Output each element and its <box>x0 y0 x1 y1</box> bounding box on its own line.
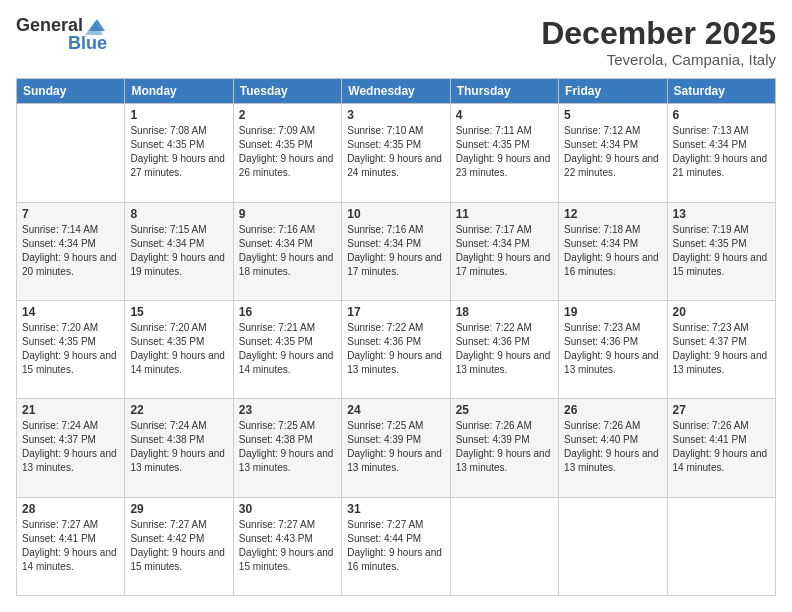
day-info: Sunrise: 7:19 AMSunset: 4:35 PMDaylight:… <box>673 224 768 277</box>
day-number: 20 <box>673 305 770 319</box>
calendar-cell: 21 Sunrise: 7:24 AMSunset: 4:37 PMDaylig… <box>17 399 125 497</box>
calendar-cell: 14 Sunrise: 7:20 AMSunset: 4:35 PMDaylig… <box>17 300 125 398</box>
calendar-cell: 9 Sunrise: 7:16 AMSunset: 4:34 PMDayligh… <box>233 202 341 300</box>
day-info: Sunrise: 7:25 AMSunset: 4:38 PMDaylight:… <box>239 420 334 473</box>
day-number: 28 <box>22 502 119 516</box>
weekday-header-wednesday: Wednesday <box>342 79 450 104</box>
calendar-cell <box>17 104 125 202</box>
day-info: Sunrise: 7:13 AMSunset: 4:34 PMDaylight:… <box>673 125 768 178</box>
day-number: 5 <box>564 108 661 122</box>
calendar-cell: 29 Sunrise: 7:27 AMSunset: 4:42 PMDaylig… <box>125 497 233 595</box>
weekday-header-thursday: Thursday <box>450 79 558 104</box>
day-info: Sunrise: 7:25 AMSunset: 4:39 PMDaylight:… <box>347 420 442 473</box>
day-info: Sunrise: 7:12 AMSunset: 4:34 PMDaylight:… <box>564 125 659 178</box>
location-title: Teverola, Campania, Italy <box>541 51 776 68</box>
day-info: Sunrise: 7:27 AMSunset: 4:44 PMDaylight:… <box>347 519 442 572</box>
day-number: 2 <box>239 108 336 122</box>
calendar-cell: 24 Sunrise: 7:25 AMSunset: 4:39 PMDaylig… <box>342 399 450 497</box>
day-info: Sunrise: 7:27 AMSunset: 4:41 PMDaylight:… <box>22 519 117 572</box>
calendar-cell <box>450 497 558 595</box>
day-info: Sunrise: 7:27 AMSunset: 4:42 PMDaylight:… <box>130 519 225 572</box>
day-number: 12 <box>564 207 661 221</box>
calendar-cell: 12 Sunrise: 7:18 AMSunset: 4:34 PMDaylig… <box>559 202 667 300</box>
title-block: December 2025 Teverola, Campania, Italy <box>541 16 776 68</box>
calendar-cell: 5 Sunrise: 7:12 AMSunset: 4:34 PMDayligh… <box>559 104 667 202</box>
day-number: 3 <box>347 108 444 122</box>
calendar-cell: 11 Sunrise: 7:17 AMSunset: 4:34 PMDaylig… <box>450 202 558 300</box>
day-number: 31 <box>347 502 444 516</box>
page: General Blue December 2025 Teverola, Cam… <box>0 0 792 612</box>
calendar-cell: 25 Sunrise: 7:26 AMSunset: 4:39 PMDaylig… <box>450 399 558 497</box>
calendar-cell: 17 Sunrise: 7:22 AMSunset: 4:36 PMDaylig… <box>342 300 450 398</box>
day-info: Sunrise: 7:10 AMSunset: 4:35 PMDaylight:… <box>347 125 442 178</box>
day-number: 1 <box>130 108 227 122</box>
calendar-cell: 2 Sunrise: 7:09 AMSunset: 4:35 PMDayligh… <box>233 104 341 202</box>
weekday-header-row: SundayMondayTuesdayWednesdayThursdayFrid… <box>17 79 776 104</box>
day-info: Sunrise: 7:16 AMSunset: 4:34 PMDaylight:… <box>347 224 442 277</box>
week-row-5: 28 Sunrise: 7:27 AMSunset: 4:41 PMDaylig… <box>17 497 776 595</box>
weekday-header-sunday: Sunday <box>17 79 125 104</box>
calendar-cell: 15 Sunrise: 7:20 AMSunset: 4:35 PMDaylig… <box>125 300 233 398</box>
calendar-cell: 26 Sunrise: 7:26 AMSunset: 4:40 PMDaylig… <box>559 399 667 497</box>
day-info: Sunrise: 7:24 AMSunset: 4:37 PMDaylight:… <box>22 420 117 473</box>
day-info: Sunrise: 7:26 AMSunset: 4:40 PMDaylight:… <box>564 420 659 473</box>
calendar-cell: 7 Sunrise: 7:14 AMSunset: 4:34 PMDayligh… <box>17 202 125 300</box>
calendar-table: SundayMondayTuesdayWednesdayThursdayFrid… <box>16 78 776 596</box>
header: General Blue December 2025 Teverola, Cam… <box>16 16 776 68</box>
weekday-header-monday: Monday <box>125 79 233 104</box>
day-info: Sunrise: 7:09 AMSunset: 4:35 PMDaylight:… <box>239 125 334 178</box>
day-number: 7 <box>22 207 119 221</box>
calendar-cell: 22 Sunrise: 7:24 AMSunset: 4:38 PMDaylig… <box>125 399 233 497</box>
day-number: 16 <box>239 305 336 319</box>
day-info: Sunrise: 7:23 AMSunset: 4:36 PMDaylight:… <box>564 322 659 375</box>
day-number: 30 <box>239 502 336 516</box>
day-info: Sunrise: 7:17 AMSunset: 4:34 PMDaylight:… <box>456 224 551 277</box>
day-number: 17 <box>347 305 444 319</box>
day-number: 19 <box>564 305 661 319</box>
calendar-cell: 30 Sunrise: 7:27 AMSunset: 4:43 PMDaylig… <box>233 497 341 595</box>
day-info: Sunrise: 7:24 AMSunset: 4:38 PMDaylight:… <box>130 420 225 473</box>
week-row-4: 21 Sunrise: 7:24 AMSunset: 4:37 PMDaylig… <box>17 399 776 497</box>
calendar-cell: 3 Sunrise: 7:10 AMSunset: 4:35 PMDayligh… <box>342 104 450 202</box>
day-info: Sunrise: 7:11 AMSunset: 4:35 PMDaylight:… <box>456 125 551 178</box>
calendar-cell: 18 Sunrise: 7:22 AMSunset: 4:36 PMDaylig… <box>450 300 558 398</box>
day-number: 13 <box>673 207 770 221</box>
day-info: Sunrise: 7:26 AMSunset: 4:41 PMDaylight:… <box>673 420 768 473</box>
day-number: 21 <box>22 403 119 417</box>
day-info: Sunrise: 7:22 AMSunset: 4:36 PMDaylight:… <box>347 322 442 375</box>
calendar-cell: 13 Sunrise: 7:19 AMSunset: 4:35 PMDaylig… <box>667 202 775 300</box>
day-number: 25 <box>456 403 553 417</box>
day-number: 4 <box>456 108 553 122</box>
calendar-cell: 31 Sunrise: 7:27 AMSunset: 4:44 PMDaylig… <box>342 497 450 595</box>
month-title: December 2025 <box>541 16 776 51</box>
day-number: 22 <box>130 403 227 417</box>
day-number: 27 <box>673 403 770 417</box>
weekday-header-friday: Friday <box>559 79 667 104</box>
calendar-cell: 8 Sunrise: 7:15 AMSunset: 4:34 PMDayligh… <box>125 202 233 300</box>
day-number: 26 <box>564 403 661 417</box>
week-row-3: 14 Sunrise: 7:20 AMSunset: 4:35 PMDaylig… <box>17 300 776 398</box>
day-number: 10 <box>347 207 444 221</box>
calendar-cell <box>667 497 775 595</box>
logo-blue: Blue <box>68 34 107 54</box>
day-number: 23 <box>239 403 336 417</box>
calendar-cell: 1 Sunrise: 7:08 AMSunset: 4:35 PMDayligh… <box>125 104 233 202</box>
day-info: Sunrise: 7:21 AMSunset: 4:35 PMDaylight:… <box>239 322 334 375</box>
calendar-cell: 4 Sunrise: 7:11 AMSunset: 4:35 PMDayligh… <box>450 104 558 202</box>
day-info: Sunrise: 7:20 AMSunset: 4:35 PMDaylight:… <box>130 322 225 375</box>
calendar-cell: 16 Sunrise: 7:21 AMSunset: 4:35 PMDaylig… <box>233 300 341 398</box>
day-info: Sunrise: 7:26 AMSunset: 4:39 PMDaylight:… <box>456 420 551 473</box>
day-info: Sunrise: 7:22 AMSunset: 4:36 PMDaylight:… <box>456 322 551 375</box>
calendar-cell: 10 Sunrise: 7:16 AMSunset: 4:34 PMDaylig… <box>342 202 450 300</box>
weekday-header-tuesday: Tuesday <box>233 79 341 104</box>
day-info: Sunrise: 7:18 AMSunset: 4:34 PMDaylight:… <box>564 224 659 277</box>
day-info: Sunrise: 7:16 AMSunset: 4:34 PMDaylight:… <box>239 224 334 277</box>
day-number: 15 <box>130 305 227 319</box>
day-number: 11 <box>456 207 553 221</box>
day-number: 9 <box>239 207 336 221</box>
day-number: 8 <box>130 207 227 221</box>
week-row-2: 7 Sunrise: 7:14 AMSunset: 4:34 PMDayligh… <box>17 202 776 300</box>
calendar-cell: 28 Sunrise: 7:27 AMSunset: 4:41 PMDaylig… <box>17 497 125 595</box>
calendar-cell: 6 Sunrise: 7:13 AMSunset: 4:34 PMDayligh… <box>667 104 775 202</box>
calendar-cell: 20 Sunrise: 7:23 AMSunset: 4:37 PMDaylig… <box>667 300 775 398</box>
